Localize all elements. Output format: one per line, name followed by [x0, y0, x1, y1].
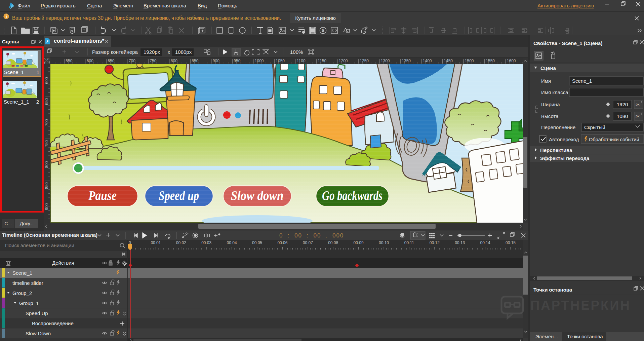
- svg-text:Точки останова: Точки останова: [567, 334, 603, 339]
- svg-text:0 : 00 : 00 . 000: 0 : 00 : 00 . 000: [279, 232, 344, 239]
- svg-text:00:14: 00:14: [480, 240, 490, 245]
- svg-text:00:02: 00:02: [176, 240, 186, 245]
- svg-text:1920: 1920: [617, 102, 628, 107]
- svg-text:Ширина: Ширина: [541, 102, 560, 107]
- svg-text:Размер контейнера: Размер контейнера: [92, 49, 138, 55]
- svg-text:1350: 1350: [402, 59, 411, 63]
- svg-text:S: S: [322, 28, 325, 33]
- svg-text:700: 700: [44, 119, 49, 126]
- svg-text:Имя: Имя: [541, 78, 551, 84]
- svg-text:1600: 1600: [507, 59, 516, 63]
- svg-text:650: 650: [108, 59, 114, 63]
- svg-text:00:04: 00:04: [227, 240, 237, 245]
- svg-text:700: 700: [129, 59, 135, 63]
- svg-text:Имя класса: Имя класса: [541, 89, 568, 95]
- svg-text:850: 850: [192, 59, 198, 63]
- svg-text:00:03: 00:03: [201, 240, 211, 245]
- svg-text:1000: 1000: [255, 59, 264, 63]
- svg-text:100%: 100%: [290, 49, 303, 55]
- svg-text:750: 750: [44, 140, 49, 147]
- svg-text:00:08: 00:08: [328, 240, 338, 245]
- svg-text:00:11: 00:11: [404, 240, 414, 245]
- svg-text:900: 900: [213, 59, 219, 63]
- svg-text:1250: 1250: [360, 59, 369, 63]
- svg-text:600: 600: [44, 77, 49, 84]
- svg-text:Эффекты перехода: Эффекты перехода: [540, 155, 590, 161]
- svg-text:y: y: [44, 61, 46, 64]
- svg-text:00:15: 00:15: [506, 240, 516, 245]
- svg-text:00:12: 00:12: [430, 240, 440, 245]
- svg-text:00:10: 00:10: [379, 240, 389, 245]
- svg-text:Скрытый: Скрытый: [584, 124, 605, 130]
- svg-text:Scene_1: Scene_1: [12, 270, 32, 276]
- svg-text:Автопереход: Автопереход: [549, 137, 579, 142]
- svg-text:00:01: 00:01: [151, 240, 161, 245]
- svg-text:00:13: 00:13: [455, 240, 465, 245]
- svg-text:timeline slider: timeline slider: [12, 280, 43, 286]
- svg-text:Точки останова: Точки останова: [533, 287, 572, 293]
- svg-text:1450: 1450: [444, 59, 453, 63]
- svg-text:Переполнение: Переполнение: [541, 124, 575, 130]
- svg-text:1920px: 1920px: [144, 49, 160, 55]
- svg-text:750: 750: [150, 59, 156, 63]
- svg-text:1200: 1200: [339, 59, 348, 63]
- svg-text:950: 950: [234, 59, 240, 63]
- svg-text:1500: 1500: [465, 59, 474, 63]
- svg-text:Slow Down: Slow Down: [26, 331, 51, 336]
- svg-text:Scene_1: Scene_1: [572, 78, 592, 84]
- svg-text:Group_1: Group_1: [19, 300, 39, 306]
- svg-text:Group_2: Group_2: [12, 290, 32, 296]
- svg-text:850: 850: [44, 182, 49, 189]
- svg-text:Обработчики событий: Обработчики событий: [589, 137, 639, 142]
- svg-text:Высота: Высота: [541, 113, 559, 119]
- svg-text:1550: 1550: [486, 59, 495, 63]
- svg-text:1400: 1400: [423, 59, 432, 63]
- svg-text:Timeline (Основная временная ш: Timeline (Основная временная шкала): [2, 232, 97, 238]
- svg-text:Перспектива: Перспектива: [540, 147, 572, 153]
- svg-text:1300: 1300: [381, 59, 390, 63]
- svg-text:1100: 1100: [297, 59, 306, 63]
- svg-text:Действия: Действия: [52, 260, 74, 266]
- svg-text:800: 800: [44, 161, 49, 168]
- svg-text:1150: 1150: [318, 59, 326, 63]
- svg-text:00:09: 00:09: [354, 240, 364, 245]
- svg-text:00:06: 00:06: [277, 240, 287, 245]
- svg-text:x: x: [168, 49, 170, 55]
- svg-text:px: px: [636, 102, 640, 106]
- svg-text:1080px: 1080px: [175, 49, 192, 55]
- svg-text:1050: 1050: [276, 59, 285, 63]
- svg-text:Воспроизведение: Воспроизведение: [32, 320, 74, 326]
- svg-text:Сцена: Сцена: [540, 65, 556, 71]
- svg-text:Свойства - Scene_1 (Сцена): Свойства - Scene_1 (Сцена): [533, 40, 602, 46]
- svg-text:x: x: [47, 58, 49, 61]
- svg-text:550: 550: [66, 59, 72, 63]
- svg-text:650: 650: [44, 98, 49, 105]
- svg-text:Speed Up: Speed Up: [26, 310, 48, 316]
- svg-text:Элемен...: Элемен...: [535, 334, 558, 339]
- svg-text:00:07: 00:07: [303, 240, 313, 245]
- svg-text:600: 600: [87, 59, 93, 63]
- svg-text:Поиск элементов и анимации: Поиск элементов и анимации: [5, 242, 74, 248]
- svg-text:00:05: 00:05: [252, 240, 262, 245]
- svg-text:900: 900: [44, 203, 49, 210]
- svg-text:800: 800: [171, 59, 177, 63]
- svg-text:px: px: [636, 114, 640, 118]
- svg-text:1080: 1080: [617, 113, 628, 119]
